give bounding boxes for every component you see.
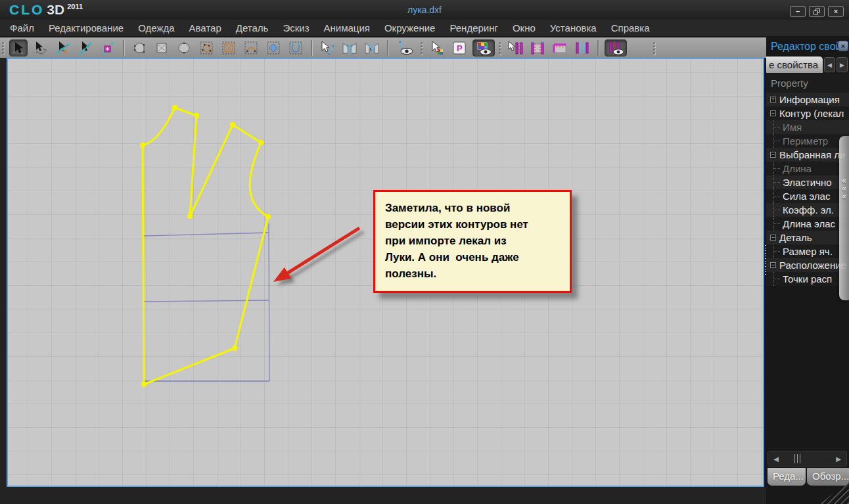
transform-pattern-tool[interactable] bbox=[32, 39, 50, 57]
pleat-tool[interactable] bbox=[340, 39, 359, 57]
menu-item-9[interactable]: Окно bbox=[505, 20, 543, 36]
panel-title: Редактор свойс bbox=[766, 37, 849, 55]
internal-rectangle-tool[interactable] bbox=[219, 39, 238, 57]
tree-guide bbox=[774, 210, 780, 210]
tree-row-label: Контур (лекал bbox=[779, 108, 844, 119]
tree-row-13[interactable]: Точки расп bbox=[766, 272, 849, 286]
internal-arc-icon bbox=[244, 41, 258, 55]
menu-item-1[interactable]: Редактирование bbox=[41, 20, 131, 36]
collapse-icon[interactable]: − bbox=[770, 235, 776, 241]
tree-row-3[interactable]: Периметр bbox=[766, 134, 849, 148]
menu-item-5[interactable]: Эскиз bbox=[275, 20, 316, 36]
select-seam-icon bbox=[507, 41, 523, 55]
close-button[interactable]: × bbox=[828, 6, 844, 17]
scroll-left-button[interactable]: ◀ bbox=[769, 451, 783, 466]
select-seam-tool[interactable] bbox=[506, 39, 524, 57]
menu-item-6[interactable]: Анимация bbox=[317, 20, 377, 36]
expand-icon[interactable]: + bbox=[770, 97, 776, 103]
pattern-2d-canvas[interactable]: Заметила, что в новой версии этих контур… bbox=[7, 58, 764, 487]
menu-item-2[interactable]: Одежда bbox=[131, 20, 181, 36]
chevron-left-icon: ◀ bbox=[827, 62, 832, 68]
edit-curve-point-tool[interactable] bbox=[76, 39, 95, 57]
panel-close-button[interactable]: × bbox=[838, 41, 848, 51]
multi-seam-tool[interactable] bbox=[573, 39, 591, 57]
minimize-button[interactable]: – bbox=[790, 6, 806, 17]
internal-arc-tool[interactable] bbox=[242, 39, 260, 57]
collapse-icon[interactable]: − bbox=[770, 262, 776, 268]
tree-row-1[interactable]: −Контур (лекал bbox=[766, 106, 849, 120]
tree-row-label: Длина bbox=[783, 163, 812, 174]
document-title: лука.dxf bbox=[0, 5, 849, 15]
internal-curve-tool[interactable] bbox=[287, 39, 305, 57]
menu-item-0[interactable]: Файл bbox=[3, 20, 41, 36]
panel-title-bar: Редактор свойс × bbox=[766, 37, 849, 55]
menu-item-3[interactable]: Аватар bbox=[182, 20, 229, 36]
menu-item-8[interactable]: Рендеринг bbox=[442, 20, 505, 36]
tree-row-4[interactable]: −Выбранная ли bbox=[766, 148, 849, 162]
menu-item-11[interactable]: Справка bbox=[604, 20, 657, 36]
tree-row-10[interactable]: −Деталь bbox=[766, 231, 849, 244]
edit-curve-icon bbox=[56, 41, 70, 55]
tree-row-8[interactable]: Коэфф. эл. bbox=[766, 203, 849, 217]
show-seam-toggle[interactable] bbox=[605, 39, 627, 57]
rectangle-seam-tool[interactable] bbox=[551, 39, 569, 57]
tree-row-label: Точки расп bbox=[783, 273, 832, 285]
tab-editor[interactable]: Реда... bbox=[768, 468, 806, 486]
pleat-icon bbox=[342, 41, 357, 55]
collapse-icon[interactable]: − bbox=[770, 110, 776, 116]
polygon-tool[interactable] bbox=[130, 39, 149, 57]
tree-row-label: Сила элас bbox=[783, 191, 830, 202]
tree-row-7[interactable]: Сила элас bbox=[766, 189, 849, 203]
scroll-right-button[interactable]: ▶ bbox=[832, 451, 845, 466]
tree-guide bbox=[774, 182, 780, 183]
tree-row-2[interactable]: Имя bbox=[766, 120, 849, 134]
chevrons-left-icon: « bbox=[842, 193, 846, 200]
add-point-tool[interactable] bbox=[99, 39, 117, 57]
select-texture-tool[interactable] bbox=[428, 39, 446, 57]
show-texture-toggle[interactable] bbox=[472, 39, 495, 57]
collapse-icon[interactable]: − bbox=[770, 152, 776, 158]
tree-row-6[interactable]: Эластично bbox=[766, 175, 849, 189]
toolbar-grip[interactable] bbox=[2, 41, 5, 55]
tree-row-0[interactable]: +Информация bbox=[766, 93, 849, 106]
pleat-fold-tool[interactable] bbox=[363, 39, 381, 57]
tree-row-label: Имя bbox=[783, 122, 802, 133]
tab-scroll-right-button[interactable]: ▶ bbox=[837, 57, 848, 72]
tree-row-9[interactable]: Длина элас bbox=[766, 217, 849, 231]
show-dart-toggle[interactable] bbox=[394, 39, 417, 57]
transform-cursor-icon bbox=[34, 41, 48, 55]
select-dart-tool[interactable] bbox=[318, 39, 336, 57]
rectangle-icon bbox=[154, 41, 169, 55]
edit-curve-tool[interactable] bbox=[54, 39, 72, 57]
horizontal-scrollbar[interactable]: ◀ ▶ bbox=[768, 451, 847, 467]
ellipse-tool[interactable] bbox=[175, 39, 193, 57]
flyout-handle[interactable]: « « « bbox=[839, 136, 849, 300]
tree-row-11[interactable]: Размер яч. bbox=[766, 244, 849, 258]
svg-text:P: P bbox=[457, 43, 463, 53]
free-seam-tool[interactable] bbox=[528, 39, 547, 57]
multi-seam-icon bbox=[574, 41, 590, 55]
tree-row-label: Размер яч. bbox=[783, 246, 833, 257]
triangle-right-icon: ▶ bbox=[836, 455, 841, 463]
toolbar-grip[interactable] bbox=[499, 41, 502, 55]
internal-polygon-tool[interactable] bbox=[197, 39, 216, 57]
tab-properties[interactable]: е свойства bbox=[766, 57, 823, 73]
scrollbar-grip-icon[interactable] bbox=[794, 454, 800, 463]
select-tool[interactable] bbox=[9, 39, 28, 57]
tree-row-5[interactable]: Длина bbox=[766, 162, 849, 175]
panel-bottom-tabs: Реда... Обозр... bbox=[768, 468, 849, 486]
menu-item-7[interactable]: Окружение bbox=[377, 20, 442, 36]
tab-scroll-left-button[interactable]: ◀ bbox=[824, 57, 835, 72]
restore-button[interactable] bbox=[809, 6, 825, 17]
internal-diamond-tool[interactable] bbox=[264, 39, 283, 57]
pattern-label-tool[interactable]: P bbox=[450, 39, 469, 57]
toolbar-grip[interactable] bbox=[421, 41, 424, 55]
rectangle-tool[interactable] bbox=[152, 39, 171, 57]
free-seam-icon bbox=[530, 41, 545, 55]
menu-item-4[interactable]: Деталь bbox=[229, 20, 276, 36]
tab-browser[interactable]: Обозр... bbox=[807, 468, 849, 486]
menu-item-10[interactable]: Установка bbox=[543, 20, 604, 36]
tree-row-12[interactable]: −Расположение bbox=[766, 258, 849, 272]
show-texture-eye-icon bbox=[474, 41, 493, 55]
toolbar-grip[interactable] bbox=[653, 41, 656, 55]
